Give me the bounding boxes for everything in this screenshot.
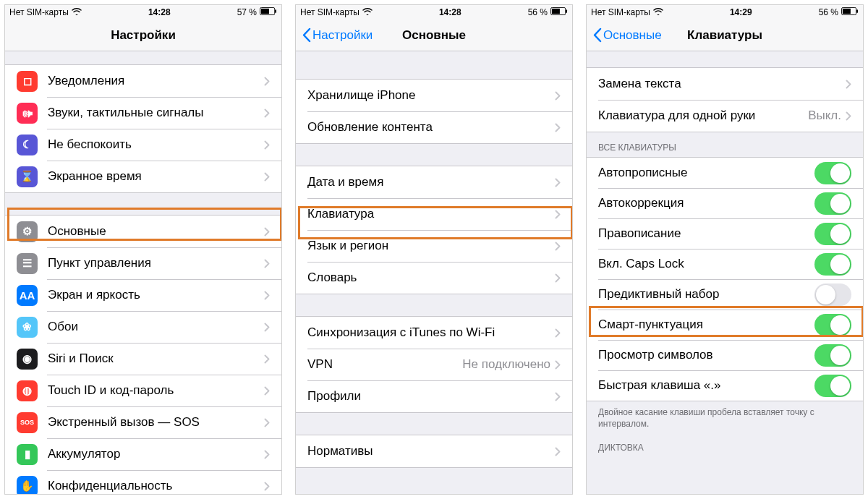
back-button[interactable]: Основные	[592, 27, 662, 43]
nav-bar: Основные Клавиатуры	[587, 20, 863, 51]
keyboard-row[interactable]: Замена текста	[587, 68, 863, 100]
keyboard-row-label: Замена текста	[598, 77, 846, 91]
keyboard-row[interactable]: Клавиатура для одной рукиВыкл.	[587, 100, 863, 132]
back-label: Основные	[603, 28, 662, 43]
chevron-right-icon	[555, 123, 561, 132]
control-center-icon: ☰	[17, 253, 38, 274]
keyboard-toggle-row: Автокоррекция	[587, 188, 863, 218]
general-row[interactable]: Словарь	[296, 262, 572, 294]
content-scroll[interactable]: Хранилище iPhoneОбновление контента Дата…	[296, 51, 572, 494]
general-row[interactable]: Клавиатура	[296, 198, 572, 230]
content-scroll[interactable]: ◻Уведомления🕪Звуки, тактильные сигналы☾Н…	[5, 51, 281, 494]
keyboard-toggle-switch[interactable]	[814, 283, 851, 306]
battery-icon	[260, 7, 277, 17]
keyboard-toggle-row: Правописание	[587, 218, 863, 249]
chevron-right-icon	[555, 178, 561, 187]
chevron-right-icon	[264, 291, 270, 300]
general-row[interactable]: Синхронизация с iTunes по Wi-Fi	[296, 317, 572, 349]
group-header-dictation: ДИКТОВКА	[587, 432, 863, 457]
screen-keyboards: Нет SIM-карты 14:29 56 % Основные Клавиа…	[586, 4, 864, 495]
screen-general: Нет SIM-карты 14:28 56 % Настройки Основ…	[295, 4, 573, 495]
general-row-label: Язык и регион	[307, 239, 555, 253]
general-row[interactable]: Нормативы	[296, 435, 572, 467]
settings-row[interactable]: 🕪Звуки, тактильные сигналы	[5, 97, 281, 129]
group-footer-period: Двойное касание клавиши пробела вставляе…	[587, 401, 863, 432]
settings-row[interactable]: AAЭкран и яркость	[5, 279, 281, 311]
settings-row[interactable]: ▮Аккумулятор	[5, 438, 281, 470]
general-row-label: Профили	[307, 389, 555, 404]
settings-row[interactable]: ⚙Основные	[5, 216, 281, 247]
back-button[interactable]: Настройки	[302, 27, 373, 43]
settings-row[interactable]: ☾Не беспокоить	[5, 129, 281, 161]
chevron-right-icon	[555, 360, 561, 370]
general-row[interactable]: Дата и время	[296, 166, 572, 198]
settings-row[interactable]: ✋Конфиденциальность	[5, 470, 281, 494]
chevron-right-icon	[264, 140, 270, 150]
chevron-right-icon	[264, 77, 270, 86]
keyboard-toggle-switch[interactable]	[814, 162, 851, 184]
general-row-label: Словарь	[307, 270, 555, 285]
settings-row-label: Конфиденциальность	[48, 479, 264, 493]
chevron-right-icon	[264, 482, 270, 491]
keyboard-toggle-label: Быстрая клавиша «.»	[598, 378, 814, 393]
settings-row-label: Не беспокоить	[48, 137, 264, 152]
wifi-icon	[72, 7, 82, 17]
settings-row-label: Обои	[48, 320, 264, 334]
settings-row[interactable]: ◍Touch ID и код-пароль	[5, 375, 281, 406]
keyboard-toggle-switch[interactable]	[814, 375, 851, 397]
general-row[interactable]: Обновление контента	[296, 111, 572, 143]
wifi-icon	[362, 7, 373, 17]
keyboard-toggle-switch[interactable]	[814, 314, 851, 336]
sounds-icon: 🕪	[17, 103, 38, 124]
general-row[interactable]: Язык и регион	[296, 230, 572, 262]
content-scroll[interactable]: Замена текстаКлавиатура для одной рукиВы…	[587, 51, 863, 494]
keyboard-toggle-switch[interactable]	[814, 192, 851, 215]
carrier-text: Нет SIM-карты	[9, 7, 69, 17]
keyboard-toggle-label: Предиктивный набор	[598, 287, 814, 302]
svg-rect-2	[275, 9, 276, 13]
chevron-right-icon	[555, 273, 561, 283]
status-bar: Нет SIM-карты 14:29 56 %	[587, 5, 863, 20]
keyboard-toggle-switch[interactable]	[814, 344, 851, 367]
touchid-icon: ◍	[17, 380, 38, 401]
chevron-right-icon	[555, 392, 561, 401]
chevron-right-icon	[846, 80, 851, 89]
keyboard-toggle-switch[interactable]	[814, 253, 851, 276]
siri-icon: ◉	[17, 349, 38, 370]
chevron-right-icon	[264, 172, 270, 182]
general-row[interactable]: Профили	[296, 380, 572, 412]
settings-row[interactable]: SOSЭкстренный вызов — SOS	[5, 406, 281, 438]
keyboard-toggle-label: Автопрописные	[598, 166, 814, 180]
battery-icon	[841, 7, 859, 17]
general-row[interactable]: Хранилище iPhone	[296, 80, 572, 111]
chevron-right-icon	[264, 323, 270, 332]
battery-text: 57 %	[237, 7, 257, 17]
clock: 14:28	[439, 7, 461, 17]
keyboard-toggle-row: Предиктивный набор	[587, 279, 863, 310]
keyboard-toggle-switch[interactable]	[814, 223, 851, 245]
general-row-label: Обновление контента	[307, 120, 555, 135]
battery-icon	[550, 7, 568, 17]
wifi-icon	[653, 7, 663, 17]
general-row-label: Дата и время	[307, 175, 555, 189]
keyboard-toggle-row: Вкл. Caps Lock	[587, 249, 863, 279]
battery-text: 56 %	[819, 7, 838, 17]
status-bar: Нет SIM-карты 14:28 56 %	[296, 5, 572, 20]
settings-row[interactable]: ◉Siri и Поиск	[5, 343, 281, 375]
nav-bar: Настройки Основные	[296, 20, 572, 51]
settings-row-label: Уведомления	[48, 74, 264, 88]
settings-row[interactable]: ⌛Экранное время	[5, 161, 281, 192]
keyboard-toggle-label: Смарт-пунктуация	[598, 317, 814, 332]
status-bar: Нет SIM-карты 14:28 57 %	[5, 5, 281, 20]
general-row-label: Синхронизация с iTunes по Wi-Fi	[307, 325, 555, 340]
settings-row[interactable]: ❀Обои	[5, 311, 281, 343]
chevron-right-icon	[555, 210, 561, 219]
general-row-label: Клавиатура	[307, 207, 555, 221]
chevron-right-icon	[846, 111, 851, 121]
svg-rect-4	[552, 9, 560, 14]
settings-row[interactable]: ☰Пункт управления	[5, 247, 281, 279]
back-label: Настройки	[312, 28, 373, 43]
settings-row[interactable]: ◻Уведомления	[5, 65, 281, 97]
general-row[interactable]: VPNНе подключено	[296, 349, 572, 380]
general-row-label: VPN	[307, 357, 462, 372]
